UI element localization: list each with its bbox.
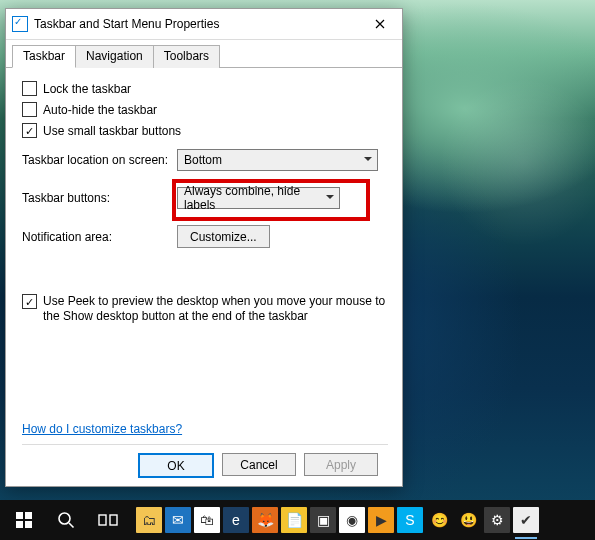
option-use-peek[interactable]: Use Peek to preview the desktop when you… [22,294,388,324]
dropdown-taskbar-buttons[interactable]: Always combine, hide labels [177,187,340,209]
taskbar-app-firefox[interactable]: 🦊 [252,507,278,533]
apply-button[interactable]: Apply [304,453,378,476]
titlebar[interactable]: Taskbar and Start Menu Properties [6,9,402,40]
task-view-button[interactable] [88,500,128,540]
taskbar-app-emoji1[interactable]: 😊 [426,507,452,533]
checkbox-icon[interactable] [22,102,37,117]
taskbar-properties-dialog: Taskbar and Start Menu Properties Taskba… [5,8,403,487]
dropdown-value: Bottom [184,153,222,167]
option-label: Auto-hide the taskbar [43,103,157,117]
taskbar-app-store[interactable]: 🛍 [194,507,220,533]
svg-rect-7 [110,515,117,525]
app-icon [12,16,28,32]
search-button[interactable] [46,500,86,540]
dropdown-value: Always combine, hide labels [184,184,321,212]
taskbar-app-notes[interactable]: 📄 [281,507,307,533]
task-view-icon [98,512,118,528]
taskbar-app-mail[interactable]: ✉ [165,507,191,533]
field-label: Taskbar location on screen: [22,153,177,167]
field-label: Taskbar buttons: [22,191,177,205]
tab-taskbar[interactable]: Taskbar [12,45,76,68]
window-title: Taskbar and Start Menu Properties [34,17,358,31]
help-link[interactable]: How do I customize taskbars? [22,422,388,436]
taskbar[interactable]: 🗂✉🛍e🦊📄▣◉▶S😊😃⚙✔ [0,500,595,540]
taskbar-app-skype[interactable]: S [397,507,423,533]
taskbar-app-taskbar-props[interactable]: ✔ [513,507,539,533]
row-taskbar-buttons: Taskbar buttons: Always combine, hide la… [22,187,388,209]
dropdown-taskbar-location[interactable]: Bottom [177,149,378,171]
start-button[interactable] [4,500,44,540]
tab-navigation[interactable]: Navigation [75,45,154,68]
dialog-button-row: OK Cancel Apply [22,444,388,478]
svg-rect-2 [16,521,23,528]
option-label: Lock the taskbar [43,82,131,96]
tab-panel-taskbar: Lock the taskbar Auto-hide the taskbar U… [6,68,402,486]
taskbar-app-chrome[interactable]: ◉ [339,507,365,533]
search-icon [57,511,75,529]
taskbar-app-media-player[interactable]: ▶ [368,507,394,533]
taskbar-app-edge[interactable]: e [223,507,249,533]
svg-rect-6 [99,515,106,525]
taskbar-app-list: 🗂✉🛍e🦊📄▣◉▶S😊😃⚙✔ [136,507,539,533]
row-notification-area: Notification area: Customize... [22,225,388,248]
option-autohide-taskbar[interactable]: Auto-hide the taskbar [22,102,388,117]
checkbox-icon[interactable] [22,123,37,138]
taskbar-app-emoji2[interactable]: 😃 [455,507,481,533]
svg-point-4 [59,513,70,524]
ok-button[interactable]: OK [138,453,214,478]
close-icon [375,19,385,29]
option-small-buttons[interactable]: Use small taskbar buttons [22,123,388,138]
option-label: Use small taskbar buttons [43,124,181,138]
customize-button[interactable]: Customize... [177,225,270,248]
checkbox-icon[interactable] [22,294,37,309]
checkbox-icon[interactable] [22,81,37,96]
svg-rect-1 [25,512,32,519]
field-label: Notification area: [22,230,177,244]
taskbar-app-settings-app[interactable]: ⚙ [484,507,510,533]
svg-rect-0 [16,512,23,519]
tabstrip: Taskbar Navigation Toolbars [6,40,402,68]
cancel-button[interactable]: Cancel [222,453,296,476]
option-lock-taskbar[interactable]: Lock the taskbar [22,81,388,96]
svg-line-5 [69,523,74,528]
tab-toolbars[interactable]: Toolbars [153,45,220,68]
windows-icon [16,512,32,528]
taskbar-app-sublime[interactable]: ▣ [310,507,336,533]
svg-rect-3 [25,521,32,528]
close-button[interactable] [358,9,402,39]
taskbar-app-file-explorer[interactable]: 🗂 [136,507,162,533]
option-label: Use Peek to preview the desktop when you… [43,294,388,324]
row-taskbar-location: Taskbar location on screen: Bottom [22,149,388,171]
